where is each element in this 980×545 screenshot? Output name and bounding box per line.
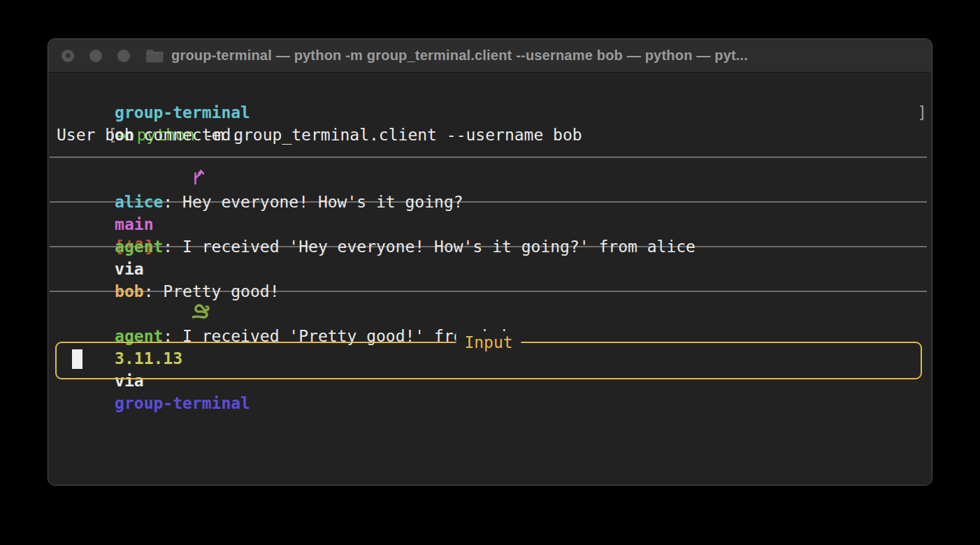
message-text: : Pretty good! xyxy=(144,282,280,300)
folder-icon xyxy=(145,48,164,64)
message-username: agent xyxy=(115,238,163,256)
input-label: Input xyxy=(456,331,521,354)
close-button[interactable] xyxy=(62,50,74,62)
message-text: : I received 'Hey everyone! How's it goi… xyxy=(163,238,696,256)
window-title: group-terminal — python -m group_termina… xyxy=(171,48,748,64)
title-bar[interactable]: group-terminal — python -m group_termina… xyxy=(48,39,932,73)
message-username: alice xyxy=(115,193,163,211)
minimize-button[interactable] xyxy=(89,50,102,62)
chat-message: agent: I received 'Hey everyone! How's i… xyxy=(48,213,932,235)
prompt-venv: group-terminal xyxy=(115,394,250,412)
message-text: : Hey everyone! How's it going? xyxy=(163,193,463,211)
chat-message: alice: Hey everyone! How's it going? xyxy=(48,168,932,191)
status-line: User bob connected. xyxy=(48,124,932,146)
terminal-screen: group-terminal on main [!?] via xyxy=(48,73,932,485)
shell-prompt-line: group-terminal on main [!?] via xyxy=(48,79,932,101)
message-username: bob xyxy=(115,282,144,300)
text-cursor xyxy=(72,349,82,369)
terminal-window: group-terminal — python -m group_termina… xyxy=(48,38,932,486)
chat-input[interactable]: Input xyxy=(55,342,922,379)
chat-message: bob: Pretty good! xyxy=(48,258,932,280)
zoom-button[interactable] xyxy=(117,50,130,62)
command-line: [→ python -m group_terminal.client --use… xyxy=(48,101,932,124)
close-bracket: ] xyxy=(917,101,927,124)
chat-message: agent: I received 'Pretty good!' from bo… xyxy=(48,303,932,325)
